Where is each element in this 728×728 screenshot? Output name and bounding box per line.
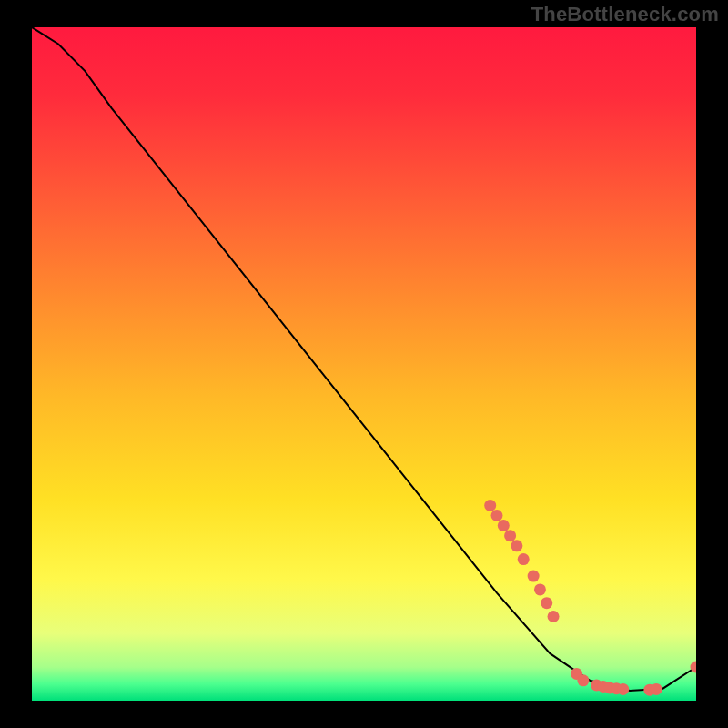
data-marker	[617, 683, 629, 695]
data-marker	[548, 611, 560, 622]
data-marker	[534, 583, 546, 595]
data-marker	[504, 530, 516, 541]
watermark-text: TheBottleneck.com	[531, 3, 719, 26]
plot-area	[32, 27, 696, 701]
chart-svg	[32, 27, 696, 701]
data-marker	[511, 540, 522, 551]
data-marker	[541, 597, 552, 609]
data-marker	[518, 553, 530, 565]
data-marker	[577, 674, 589, 686]
data-marker	[498, 520, 510, 531]
data-marker	[528, 571, 540, 582]
gradient-background	[32, 27, 696, 701]
data-marker	[651, 683, 662, 695]
chart-stage: TheBottleneck.com	[0, 0, 728, 728]
data-marker	[484, 500, 496, 511]
data-marker	[491, 510, 503, 521]
